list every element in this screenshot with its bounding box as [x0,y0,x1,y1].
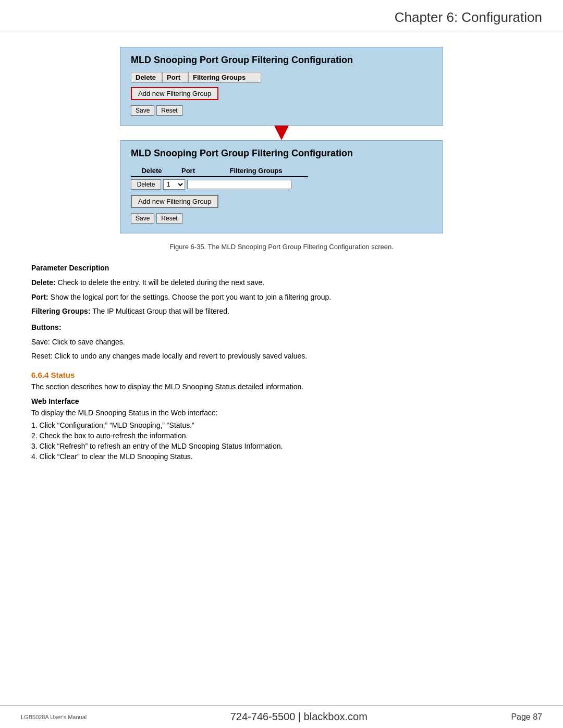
bottom-reset-button[interactable]: Reset [156,213,182,224]
web-step-2: 2. Check the box to auto-refresh the inf… [31,431,532,440]
save-description: Save: Click to save changes. [31,336,532,348]
web-step-4: 4. Click “Clear” to clear the MLD Snoopi… [31,452,532,461]
web-interface-heading: Web Interface [31,397,532,405]
param-description-section: Parameter Description Delete: Check to d… [31,262,532,317]
bottom-add-new-filtering-group-button[interactable]: Add new Filtering Group [131,195,218,208]
main-content: MLD Snooping Port Group Filtering Config… [0,47,563,461]
top-panel-title: MLD Snooping Port Group Filtering Config… [131,55,432,66]
web-step-3: 3. Click “Refresh” to refresh an entry o… [31,442,532,450]
param-fg-label: Filtering Groups: [31,307,91,315]
top-col-delete: Delete [131,72,162,83]
page-footer: LGB5028A User's Manual 724-746-5500 | bl… [0,705,563,728]
reset-description: Reset: Click to undo any changes made lo… [31,350,532,362]
footer-left: LGB5028A User's Manual [21,714,87,720]
bottom-col-fg: Filtering Groups [204,165,308,177]
footer-center: 724-746-5500 | blackbox.com [230,711,368,723]
top-reset-button[interactable]: Reset [156,105,182,116]
param-delete-text: Check to delete the entry. It will be de… [58,278,265,287]
top-add-btn-row: Add new Filtering Group [131,87,432,100]
section-664-description: The section describes how to display the… [31,382,532,391]
section-664-label: 6.6.4 Status [31,371,532,379]
top-action-buttons: Save Reset [131,105,432,116]
bottom-col-delete: Delete [131,165,173,177]
top-col-fg: Filtering Groups [188,72,261,83]
bottom-delete-button[interactable]: Delete [131,179,161,190]
section-664: 6.6.4 Status The section describes how t… [31,371,532,461]
bottom-table-headers: Delete Port Filtering Groups [131,165,432,177]
param-description-heading: Parameter Description [31,262,532,274]
param-delete: Delete: Check to delete the entry. It wi… [31,277,532,288]
bottom-table-row: Delete 1 2 3 4 [131,179,432,190]
param-port-text: Show the logical port for the settings. … [51,293,332,301]
bottom-save-button[interactable]: Save [131,213,154,224]
top-panel: MLD Snooping Port Group Filtering Config… [120,47,443,126]
web-step-1: 1. Click “Configuration,” “MLD Snooping,… [31,421,532,429]
bottom-add-btn-row: Add new Filtering Group [131,195,432,208]
bottom-panel: MLD Snooping Port Group Filtering Config… [120,140,443,233]
bottom-fg-input[interactable] [187,180,291,189]
top-col-port: Port [162,72,188,83]
param-fg: Filtering Groups: The IP Multicast Group… [31,305,532,317]
top-add-new-filtering-group-button[interactable]: Add new Filtering Group [131,87,218,100]
top-col-headers: Delete Port Filtering Groups [131,72,432,83]
page-header: Chapter 6: Configuration [0,0,563,31]
buttons-section: Buttons: Save: Click to save changes. Re… [31,322,532,362]
footer-right: Page 87 [511,712,542,722]
bottom-panel-title: MLD Snooping Port Group Filtering Config… [131,148,432,159]
web-interface-intro: To display the MLD Snooping Status in th… [31,409,532,417]
bottom-col-port: Port [173,165,204,177]
param-fg-text: The IP Multicast Group that will be filt… [92,307,229,315]
chapter-title: Chapter 6: Configuration [21,9,542,26]
param-port: Port: Show the logical port for the sett… [31,291,532,303]
bottom-action-buttons: Save Reset [131,213,432,224]
param-delete-label: Delete: [31,278,56,287]
top-save-button[interactable]: Save [131,105,154,116]
buttons-heading: Buttons: [31,322,532,333]
arrow-down-icon [274,126,289,140]
bottom-port-select[interactable]: 1 2 3 4 [163,179,185,190]
param-port-label: Port: [31,293,48,301]
figure-caption: Figure 6-35. The MLD Snooping Port Group… [31,243,532,251]
screenshot-area: MLD Snooping Port Group Filtering Config… [31,47,532,233]
